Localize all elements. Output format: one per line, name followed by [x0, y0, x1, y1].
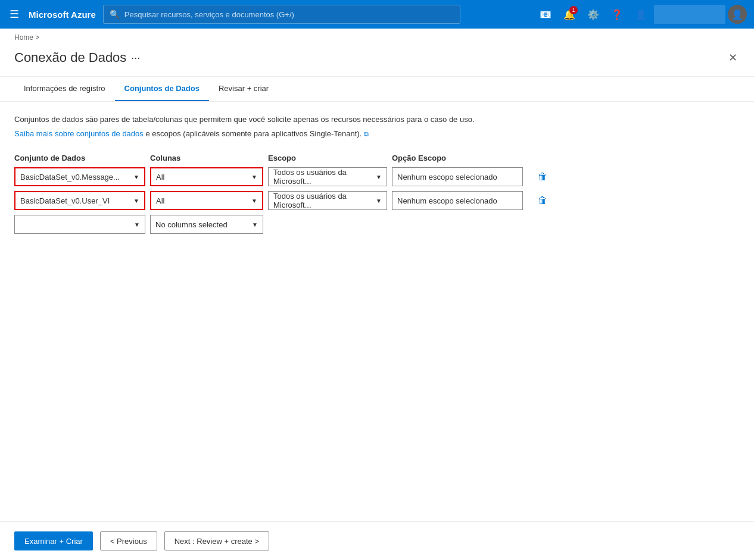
dataset-dropdown-2-value: BasicDataSet_v0.User_VI	[20, 196, 131, 205]
dataset-dropdown-3[interactable]: ▼	[14, 215, 145, 234]
form-content: Conjuntos de dados são pares de tabela/c…	[0, 102, 754, 521]
chevron-down-icon: ▼	[251, 174, 257, 180]
chevron-down-icon: ▼	[251, 198, 257, 204]
examine-create-button[interactable]: Examinar + Criar	[14, 531, 93, 550]
search-icon: 🔍	[110, 10, 120, 19]
delete-row-2-button[interactable]: 🗑	[528, 193, 557, 208]
dataset-dropdown-1[interactable]: BasicDataSet_v0.Message... ▼	[14, 167, 145, 186]
col-header-scope-option: Opção Escopo	[392, 154, 523, 162]
breadcrumb[interactable]: Home >	[0, 29, 754, 44]
info-text-line1: Conjuntos de dados são pares de tabela/c…	[14, 114, 740, 126]
tab-conjuntos[interactable]: Conjuntos de Dados	[115, 77, 209, 101]
previous-button[interactable]: < Previous	[100, 531, 157, 550]
col-header-scope: Escopo	[268, 154, 387, 162]
chevron-down-icon: ▼	[252, 221, 258, 228]
scope-option-1-value: Nenhum escopo selecionado	[397, 173, 497, 182]
tab-registro[interactable]: Informações de registro	[14, 77, 115, 101]
learn-more-link[interactable]: Saiba mais sobre conjuntos de dados	[14, 129, 144, 138]
page-title-more-icon[interactable]: ···	[131, 52, 140, 64]
search-input[interactable]	[124, 10, 454, 19]
notifications-icon[interactable]: 📧	[535, 4, 556, 25]
columns-dropdown-1-value: All	[156, 173, 249, 182]
help-icon[interactable]: ❓	[606, 4, 628, 25]
scope-dropdown-1-value: Todos os usuários da Microsoft...	[273, 168, 373, 186]
azure-logo: Microsoft Azure	[29, 10, 96, 20]
col-header-action	[528, 154, 557, 162]
scope-option-2: Nenhum escopo selecionado	[392, 191, 523, 210]
dataset-dropdown-1-value: BasicDataSet_v0.Message...	[20, 173, 131, 182]
table-row: ▼ No columns selected ▼	[14, 215, 740, 234]
columns-dropdown-3-value: No columns selected	[155, 220, 250, 229]
avatar[interactable]: 👤	[728, 5, 747, 24]
main-content: Home > Conexão de Dados ··· ✕ Informaçõe…	[0, 29, 754, 560]
global-search: 🔍	[103, 5, 460, 24]
scope-option-2-value: Nenhum escopo selecionado	[397, 196, 497, 205]
breadcrumb-home[interactable]: Home >	[14, 33, 39, 42]
info-text-line2: Saiba mais sobre conjuntos de dados e es…	[14, 128, 740, 140]
topbar-icon-group: 📧 🔔 1 ⚙️ ❓ 👤 👤	[535, 4, 747, 25]
info-text-continuation: e escopos (aplicáveis somente para aplic…	[145, 129, 362, 138]
page-header: Conexão de Dados ··· ✕	[0, 44, 754, 77]
scope-option-1: Nenhum escopo selecionado	[392, 167, 523, 186]
page-title-text: Conexão de Dados	[14, 50, 126, 65]
chevron-down-icon: ▼	[134, 221, 140, 228]
external-link-icon[interactable]: ⧉	[364, 130, 369, 137]
chevron-down-icon: ▼	[376, 174, 382, 180]
col-header-dataset: Conjunto de Dados	[14, 154, 145, 162]
tab-revisar[interactable]: Revisar + criar	[209, 77, 278, 101]
notification-badge: 1	[569, 6, 578, 14]
table-row: BasicDataSet_v0.User_VI ▼ All ▼ Todos os…	[14, 191, 740, 210]
columns-dropdown-2-value: All	[156, 196, 249, 205]
next-button[interactable]: Next : Review + create >	[164, 531, 269, 550]
chevron-down-icon: ▼	[133, 174, 139, 180]
account-bar[interactable]	[654, 5, 725, 24]
page-title: Conexão de Dados ···	[14, 50, 140, 65]
footer: Examinar + Criar < Previous Next : Revie…	[0, 521, 754, 560]
delete-row-1-button[interactable]: 🗑	[528, 169, 557, 184]
feedback-icon[interactable]: 👤	[630, 4, 652, 25]
settings-icon[interactable]: ⚙️	[582, 4, 604, 25]
table-row: BasicDataSet_v0.Message... ▼ All ▼ Todos…	[14, 167, 740, 186]
close-button[interactable]: ✕	[726, 49, 740, 67]
scope-dropdown-1[interactable]: Todos os usuários da Microsoft... ▼	[268, 167, 387, 186]
columns-dropdown-1[interactable]: All ▼	[150, 167, 263, 186]
alerts-icon[interactable]: 🔔 1	[559, 4, 580, 25]
columns-dropdown-2[interactable]: All ▼	[150, 191, 263, 210]
chevron-down-icon: ▼	[133, 198, 139, 204]
table-header: Conjunto de Dados Colunas Escopo Opção E…	[14, 154, 740, 162]
chevron-down-icon: ▼	[376, 198, 382, 204]
scope-dropdown-2[interactable]: Todos os usuários da Microsoft... ▼	[268, 191, 387, 210]
dataset-table: Conjunto de Dados Colunas Escopo Opção E…	[14, 154, 740, 234]
columns-dropdown-3[interactable]: No columns selected ▼	[150, 215, 263, 234]
tabs-container: Informações de registro Conjuntos de Dad…	[0, 77, 754, 102]
col-header-columns: Colunas	[150, 154, 263, 162]
dataset-dropdown-2[interactable]: BasicDataSet_v0.User_VI ▼	[14, 191, 145, 210]
scope-dropdown-2-value: Todos os usuários da Microsoft...	[273, 192, 373, 209]
hamburger-menu-icon[interactable]: ☰	[7, 5, 21, 23]
topbar: ☰ Microsoft Azure 🔍 📧 🔔 1 ⚙️ ❓ 👤 👤	[0, 0, 754, 29]
